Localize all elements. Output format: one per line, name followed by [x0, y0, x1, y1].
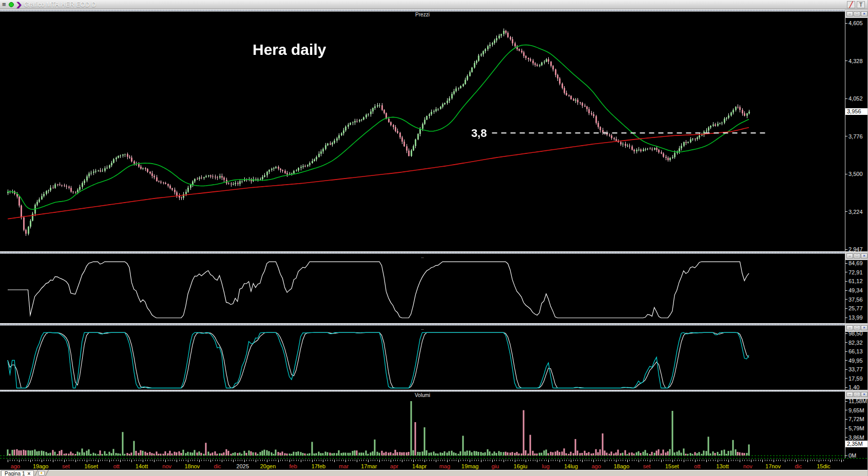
- oscillator1-canvas[interactable]: [0, 260, 845, 323]
- chart-window: ≡ ❯ Grafico MTA.HER EOD D ╱ T Prezzi – □…: [0, 0, 868, 476]
- y-tick-label: 5,79M: [845, 425, 864, 431]
- oscillator1-axis[interactable]: 84,6972,9161,1249,3437,5625,7713,99: [845, 260, 868, 323]
- panel-title: ..: [421, 326, 423, 331]
- oscillator2-axis[interactable]: 98,5082,3266,1349,9533,7717,591,40: [845, 332, 868, 390]
- x-tick-label: dic: [214, 463, 221, 469]
- time-axis-ticks: [0, 458, 868, 463]
- y-tick-label: 25,77: [845, 305, 863, 311]
- restore-button[interactable]: □: [854, 11, 860, 16]
- x-tick-label: 17nov: [765, 463, 781, 469]
- close-button[interactable]: ×: [861, 11, 867, 16]
- price-chart-canvas[interactable]: [0, 18, 845, 251]
- panel-title: ..: [421, 254, 423, 259]
- x-tick-label: 17feb: [312, 463, 326, 469]
- x-tick-label: nov: [162, 463, 171, 469]
- x-tick-label: ago: [591, 463, 601, 469]
- y-tick-label: 4,605: [845, 20, 863, 26]
- x-tick-label: mar: [339, 463, 349, 469]
- play-arrow-icon: ❯: [15, 1, 23, 8]
- minimize-button[interactable]: –: [846, 325, 853, 330]
- y-tick-label: 17,59: [845, 375, 863, 382]
- y-tick-label: 11,58M: [845, 398, 867, 404]
- y-tick-label: 3,224: [845, 209, 863, 215]
- tab-close-icon[interactable]: ×: [27, 471, 30, 476]
- y-tick-label: 7,72M: [845, 416, 864, 422]
- close-button[interactable]: ×: [861, 253, 867, 259]
- x-tick-label: 16set: [84, 463, 98, 469]
- x-tick-label: feb: [290, 463, 297, 469]
- restore-button[interactable]: □: [854, 325, 860, 330]
- x-tick-label: giu: [491, 463, 499, 469]
- x-tick-label: 2025: [237, 463, 249, 469]
- minimize-button[interactable]: –: [846, 253, 853, 259]
- last-price-label: 3,956: [845, 108, 868, 115]
- x-tick-label: 20gen: [260, 463, 276, 469]
- close-button[interactable]: ×: [861, 325, 867, 330]
- tab-separator: ╱: [45, 470, 49, 476]
- x-tick-label: 15dic: [817, 463, 830, 469]
- page-tab-bar: Pagina 1 × ╱ ✦ ╱: [0, 470, 868, 476]
- panel-header-indicator2: ..: [0, 326, 845, 332]
- new-page-icon[interactable]: ✦: [38, 471, 45, 475]
- minimize-button[interactable]: –: [846, 11, 853, 16]
- volume-chart-canvas[interactable]: [0, 399, 845, 458]
- y-tick-label: 82,32: [845, 340, 863, 346]
- tab-label: Pagina 1: [5, 471, 25, 476]
- x-tick-label: set: [643, 463, 651, 469]
- y-tick-label: 84,69: [845, 260, 863, 266]
- panel-window-buttons: – □ ×: [845, 251, 868, 260]
- tab-pagina-1[interactable]: Pagina 1 ×: [1, 470, 34, 476]
- window-titlebar[interactable]: ≡ ❯ Grafico MTA.HER EOD D ╱ T: [0, 0, 868, 9]
- x-tick-label: 14lug: [564, 463, 578, 469]
- x-tick-label: apr: [390, 463, 398, 469]
- close-button[interactable]: ×: [861, 392, 867, 397]
- y-tick-label: 4,052: [845, 95, 863, 102]
- x-tick-label: lug: [542, 463, 550, 469]
- oscillator2-canvas[interactable]: [0, 332, 845, 390]
- status-dot-icon: [9, 2, 14, 7]
- panel-header-prezzi: Prezzi: [0, 12, 845, 18]
- x-tick-label: 15set: [665, 463, 679, 469]
- restore-button[interactable]: □: [854, 392, 860, 397]
- y-tick-label: 4,328: [845, 58, 863, 64]
- y-tick-label: 66,13: [845, 348, 863, 354]
- panel-title: Prezzi: [415, 12, 430, 17]
- x-tick-label: mag: [439, 463, 450, 469]
- x-tick-label: 17mar: [361, 463, 377, 469]
- minimize-button[interactable]: –: [846, 392, 853, 397]
- y-tick-label: 33,77: [845, 366, 863, 372]
- x-tick-label: dic: [795, 463, 802, 469]
- draw-line-tool-button[interactable]: ╱: [847, 1, 855, 8]
- x-tick-label: 18nov: [184, 463, 200, 469]
- x-tick-label: 13ott: [716, 463, 728, 469]
- x-tick-label: nov: [743, 463, 753, 469]
- y-tick-label: 72,91: [845, 269, 863, 275]
- y-tick-label: 3,776: [845, 133, 863, 140]
- x-tick-label: 14ott: [136, 463, 148, 469]
- x-tick-label: ott: [113, 463, 120, 469]
- x-tick-label: 16giu: [514, 463, 528, 469]
- y-tick-label: 98,50: [845, 330, 863, 336]
- panel-title: Volumi: [415, 392, 430, 398]
- x-tick-label: 19mag: [461, 463, 479, 469]
- y-tick-label: 37,56: [845, 296, 863, 303]
- y-tick-label: 13,99: [845, 314, 863, 321]
- text-tool-button[interactable]: T: [857, 1, 865, 8]
- x-tick-label: set: [62, 463, 70, 469]
- menu-icon[interactable]: ≡: [2, 1, 6, 8]
- x-tick-label: ott: [694, 463, 700, 469]
- panel-header-volumi: Volumi: [0, 392, 845, 399]
- tab-separator: ╱: [34, 470, 38, 476]
- time-axis[interactable]: ago19agoset16setott14ottnov18novdic20252…: [0, 458, 868, 470]
- x-tick-label: 19ago: [33, 463, 49, 469]
- y-tick-label: 3,86M: [845, 434, 864, 441]
- x-tick-label: 18ago: [614, 463, 630, 469]
- price-axis[interactable]: 3,956 4,6054,3284,0523,7763,5003,2242,94…: [845, 18, 868, 251]
- panel-window-buttons: – □ ×: [845, 9, 868, 18]
- y-tick-label: 49,34: [845, 287, 863, 293]
- x-tick-label: 14apr: [412, 463, 427, 469]
- y-tick-label: 49,95: [845, 358, 863, 364]
- last-volume-label: 2,35M: [845, 441, 868, 447]
- restore-button[interactable]: □: [854, 253, 860, 259]
- volume-axis[interactable]: 2,35M 11,58M9,65M7,72M5,79M3,86M0M: [845, 399, 868, 458]
